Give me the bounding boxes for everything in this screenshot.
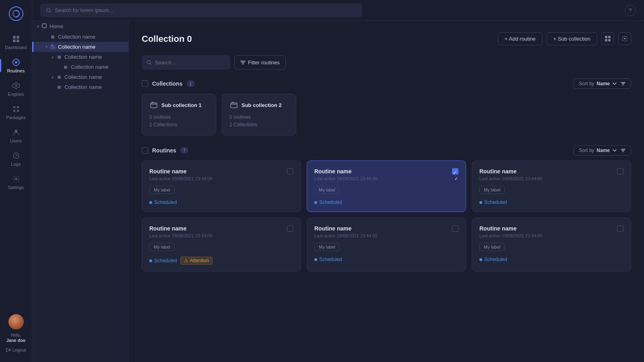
collection-card-1[interactable]: Sub collection 1 0 routines 2 Collection… — [142, 94, 216, 136]
sidebar-item-collection-4[interactable]: Collection name — [32, 62, 128, 72]
status-text-1: Scheduled — [154, 200, 177, 205]
grid-view-button[interactable] — [601, 32, 614, 45]
sidebar-collection-label-4: Collection name — [71, 64, 108, 70]
svg-rect-1 — [13, 36, 16, 39]
status-text-4: Scheduled — [154, 258, 177, 263]
routine-card-6[interactable]: Routine name Last active 19/08/2021 23:4… — [472, 218, 631, 272]
routine-card-5[interactable]: Routine name Last active 19/08/2021 23:4… — [307, 218, 466, 272]
header-actions: + Add routine + Sub collection — [498, 32, 631, 45]
routine-checkbox-3[interactable] — [617, 168, 623, 175]
nav-item-users[interactable]: Users — [0, 124, 32, 147]
collections-section-header: Collections 1 Sort by Name — [142, 78, 631, 89]
search-filter-bar[interactable] — [142, 55, 230, 70]
routine-footer-2: Scheduled — [314, 200, 458, 205]
routine-checkbox-6[interactable] — [617, 225, 623, 232]
collection-collections-count-1: 2 Collections — [149, 121, 208, 129]
nav-item-settings[interactable]: Settings — [0, 171, 32, 194]
collection-settings-button[interactable] — [618, 32, 631, 45]
add-routine-button[interactable]: + Add routine — [498, 32, 543, 45]
routines-select-all-checkbox[interactable] — [142, 147, 148, 154]
sidebar-item-collection-1[interactable]: Collection name — [32, 32, 128, 42]
routine-card-header-1: Routine name — [149, 168, 293, 175]
collection-collections-count-2: 2 Collections — [229, 121, 289, 129]
collections-select-all-checkbox[interactable] — [142, 80, 148, 87]
collections-section-label: Collections — [152, 80, 182, 87]
routine-card-header-4: Routine name — [149, 225, 293, 232]
logs-icon — [12, 151, 21, 160]
svg-point-17 — [15, 178, 17, 180]
routine-card-4[interactable]: Routine name Last active 19/08/2021 23:4… — [142, 218, 301, 272]
status-dot-2 — [314, 201, 317, 204]
routine-card-2[interactable]: Routine name ✓ Last active 19/08/2021 23… — [307, 160, 466, 212]
filter-search-input[interactable] — [155, 60, 225, 66]
svg-rect-4 — [17, 39, 19, 42]
sidebar-item-collection-2[interactable]: ▾ Collection name — [32, 42, 128, 52]
sidebar-item-home[interactable]: ▾ Home — [32, 21, 128, 32]
logout-label: Logout — [12, 348, 26, 352]
status-badge-scheduled-3: Scheduled — [479, 200, 507, 205]
page-title: Collection 0 — [142, 34, 192, 44]
status-text-6: Scheduled — [484, 257, 507, 262]
svg-rect-23 — [608, 36, 611, 38]
user-info: Hello, Jane doe — [6, 333, 26, 343]
routines-grid: Routine name Last active 19/08/2021 23:4… — [142, 160, 631, 272]
nav-item-logs[interactable]: Logs — [0, 147, 32, 171]
collection-icon-5 — [56, 74, 62, 80]
svg-point-13 — [14, 130, 17, 133]
collection-card-2[interactable]: Sub collection 2 0 routines 2 Collection… — [222, 94, 296, 136]
routine-checkbox-4[interactable] — [287, 225, 293, 232]
svg-point-8 — [15, 85, 17, 87]
user-greeting: Hello, — [6, 333, 26, 338]
nav-item-engines[interactable]: Engines — [0, 77, 32, 101]
nav-item-routines[interactable]: Routines — [0, 54, 32, 77]
collection-card-icon-1 — [149, 101, 158, 109]
routine-card-3[interactable]: Routine name Last active 19/08/2021 23:4… — [472, 160, 631, 212]
svg-rect-25 — [608, 39, 611, 41]
users-icon — [12, 128, 21, 137]
home-chevron-icon: ▾ — [37, 24, 39, 29]
collections-sort-button[interactable]: Sort by Name — [574, 78, 631, 89]
status-badge-scheduled-4: Scheduled — [149, 258, 177, 263]
avatar[interactable] — [8, 314, 24, 329]
add-routine-label: + Add routine — [505, 36, 536, 42]
sidebar-item-collection-3[interactable]: ▸ Collection name — [32, 52, 128, 62]
svg-point-26 — [624, 38, 625, 39]
routines-section-header: Routines 7 Sort by Name — [142, 145, 631, 156]
add-sub-collection-label: + Sub collection — [553, 36, 590, 42]
filter-routines-button[interactable]: Filter routines — [234, 55, 286, 70]
svg-point-0 — [9, 7, 23, 21]
nav-label-packages: Packages — [6, 115, 25, 120]
routines-sort-button[interactable]: Sort by Name — [574, 145, 631, 156]
help-button[interactable]: ? — [625, 5, 636, 16]
sidebar-item-collection-6[interactable]: Collection name — [32, 82, 128, 92]
routine-checkbox-1[interactable] — [287, 168, 293, 175]
chevron-right-icon-2: ▸ — [50, 74, 56, 80]
svg-rect-2 — [17, 36, 19, 39]
global-search-bar[interactable] — [40, 4, 362, 17]
routines-section-left: Routines 7 — [142, 147, 188, 154]
routine-checkbox-2[interactable]: ✓ — [452, 168, 458, 175]
routines-section-label: Routines — [152, 147, 176, 154]
add-sub-collection-button[interactable]: + Sub collection — [547, 32, 597, 45]
routine-card-1[interactable]: Routine name Last active 19/08/2021 23:4… — [142, 160, 301, 212]
collections-sort-label: Sort by — [579, 81, 594, 86]
routine-label-tag-2: My label — [314, 186, 340, 194]
status-dot-6 — [479, 258, 482, 261]
routine-last-active-2: Last active 19/08/2021 23:44:00 — [314, 176, 458, 181]
routine-card-header-3: Routine name — [479, 168, 623, 175]
routine-last-active-3: Last active 19/08/2021 23:44:00 — [479, 176, 623, 181]
routine-last-active-5: Last active 19/08/2021 23:44:00 — [314, 233, 458, 238]
app-logo[interactable] — [9, 6, 23, 21]
sidebar-collection-label-3: Collection name — [64, 54, 102, 60]
routine-checkbox-5[interactable] — [452, 225, 458, 232]
nav-item-packages[interactable]: Packages — [0, 101, 32, 124]
global-search-input[interactable] — [55, 7, 357, 13]
nav-item-dashboard[interactable]: Dashboard — [0, 31, 32, 54]
routines-sort-value: Name — [597, 148, 610, 153]
sidebar-item-collection-5[interactable]: ▸ Collection name — [32, 72, 128, 82]
svg-rect-12 — [17, 110, 19, 112]
collection-icon-1 — [50, 34, 56, 40]
logout-button[interactable]: Logout — [6, 346, 26, 356]
collection-card-header-2: Sub collection 2 — [229, 101, 289, 109]
collection-icon-4 — [63, 64, 68, 70]
